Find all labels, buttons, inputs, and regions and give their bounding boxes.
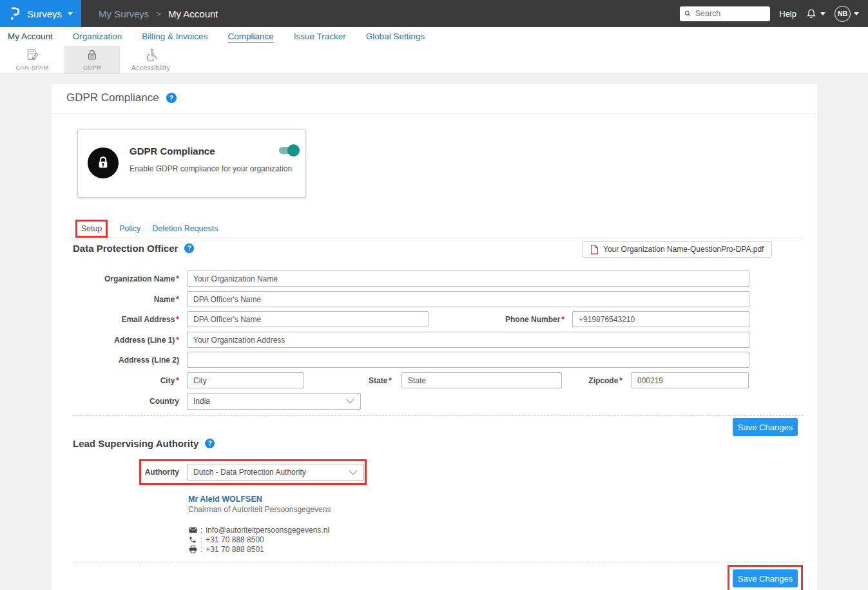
tab-setup[interactable]: Setup [75, 220, 108, 238]
authority-contact-phone: : +31 70 888 8500 [188, 535, 264, 544]
account-menu[interactable]: NB [834, 6, 859, 22]
dpa-pdf-link[interactable]: Your Organization Name-QuestionPro-DPA.p… [582, 241, 772, 258]
dpo-save-changes-button[interactable]: Save Changes [733, 418, 798, 436]
authority-contact-name: Mr Aleid WOLFSEN [188, 495, 262, 504]
state-input[interactable] [401, 372, 562, 388]
tab-deletion-requests[interactable]: Deletion Requests [152, 224, 218, 233]
page-help-icon[interactable]: ? [166, 93, 177, 103]
organization-name-input[interactable] [187, 271, 749, 287]
lsa-save-changes-button[interactable]: Save Changes [733, 569, 798, 587]
email-address-label: Email Address* [73, 315, 179, 324]
lsa-help-icon[interactable]: ? [205, 439, 215, 448]
breadcrumb-my-account: My Account [168, 8, 218, 19]
country-selected-value: India [193, 397, 210, 406]
name-input[interactable] [187, 291, 749, 307]
name-label: Name* [73, 295, 179, 304]
divider [52, 113, 817, 114]
email-address-input[interactable] [187, 311, 429, 327]
organization-name-label: Organization Name* [73, 274, 179, 283]
required-asterisk: * [176, 376, 179, 385]
zipcode-label: Zipcode* [562, 376, 622, 385]
city-label: City* [73, 376, 179, 385]
country-select[interactable]: India [187, 393, 361, 410]
lock-icon [86, 48, 99, 62]
subtab-accessibility[interactable]: Accessibility [120, 46, 182, 73]
authority-selected-value: Dutch - Data Protection Authority [193, 468, 306, 477]
required-asterisk: * [176, 274, 179, 283]
product-menu-label: Surveys [27, 8, 62, 19]
document-pencil-icon [26, 48, 39, 62]
chevron-down-icon [68, 12, 73, 15]
chevron-down-icon [820, 12, 825, 15]
authority-label: Authority [73, 468, 179, 477]
required-asterisk: * [561, 315, 564, 324]
required-asterisk: * [389, 376, 392, 385]
breadcrumb-separator: > [156, 9, 161, 19]
divider [66, 238, 804, 238]
country-label: Country [73, 397, 179, 406]
envelope-icon [188, 527, 197, 533]
breadcrumb-my-surveys[interactable]: My Surveys [99, 8, 149, 19]
required-asterisk: * [619, 376, 622, 385]
nav-billing-invoices[interactable]: Billing & Invoices [142, 32, 207, 41]
nav-global-settings[interactable]: Global Settings [366, 32, 425, 41]
separator: : [200, 526, 202, 535]
nav-my-account[interactable]: My Account [8, 32, 53, 41]
top-bar: Surveys My Surveys > My Account Help NB [0, 0, 868, 27]
phone-number-input[interactable] [572, 311, 749, 327]
gdpr-enable-toggle[interactable] [279, 147, 298, 154]
chevron-down-icon [854, 12, 859, 15]
subtab-label: GDPR [83, 64, 101, 71]
gdpr-card-description: Enable GDPR compliance for your organiza… [130, 164, 292, 173]
city-input[interactable] [187, 372, 304, 388]
authority-contact-email: : info@autoriteitpersoonsgegevens.nl [188, 526, 329, 535]
notifications-menu[interactable] [805, 8, 825, 20]
address-line1-input[interactable] [187, 332, 749, 348]
fax-icon [188, 546, 197, 553]
authority-contact-fax: : +31 70 888 8501 [188, 545, 264, 554]
chevron-down-icon [345, 398, 354, 404]
page-title: GDPR Compliance [66, 91, 159, 104]
zipcode-input[interactable] [631, 372, 749, 388]
address-line2-input[interactable] [187, 352, 749, 368]
pdf-file-icon [590, 245, 599, 254]
account-nav: My Account Organization Billing & Invoic… [0, 27, 868, 46]
separator: : [200, 545, 202, 554]
breadcrumb: My Surveys > My Account [99, 8, 218, 19]
divider-dashed [73, 562, 804, 562]
subtab-label: CAN-SPAM [15, 64, 48, 71]
setup-tabs: Setup Policy Deletion Requests [75, 220, 218, 238]
state-label: State* [304, 376, 392, 385]
subtab-label: Accessibility [131, 64, 170, 71]
authority-select[interactable]: Dutch - Data Protection Authority [187, 464, 364, 481]
nav-organization[interactable]: Organization [73, 32, 122, 41]
phone-number-label: Phone Number* [429, 315, 564, 324]
tab-policy[interactable]: Policy [119, 224, 140, 233]
accessibility-wheelchair-icon [144, 48, 158, 62]
separator: : [200, 535, 202, 544]
subtab-can-spam[interactable]: CAN-SPAM [0, 46, 64, 73]
dpo-heading: Data Protection Officer [73, 243, 178, 254]
lsa-heading: Lead Supervising Authority [73, 438, 198, 449]
address-line1-label: Address (Line 1)* [73, 336, 179, 345]
subtab-gdpr[interactable]: GDPR [64, 46, 120, 73]
pdf-link-label: Your Organization Name-QuestionPro-DPA.p… [603, 245, 764, 254]
dpo-help-icon[interactable]: ? [184, 243, 194, 253]
gdpr-toggle-card: GDPR Compliance Enable GDPR compliance f… [77, 129, 306, 198]
questionpro-logo-icon [8, 6, 21, 21]
search-input[interactable] [695, 9, 766, 18]
product-menu-surveys[interactable]: Surveys [0, 0, 81, 27]
help-link[interactable]: Help [779, 9, 796, 19]
lock-badge-icon [88, 148, 119, 178]
search-box[interactable] [680, 6, 770, 21]
bell-icon [805, 8, 817, 20]
avatar: NB [834, 6, 851, 22]
gdpr-compliance-panel: GDPR Compliance ? GDPR Compliance Enable… [52, 84, 817, 590]
gdpr-card-title: GDPR Compliance [130, 146, 215, 157]
authority-contact-role: Chairman of Autoriteit Persoonsgegevens [188, 505, 331, 514]
nav-compliance[interactable]: Compliance [227, 32, 273, 41]
compliance-subtabs: CAN-SPAM GDPR Accessibility [0, 46, 868, 74]
phone-icon [188, 536, 197, 544]
nav-issue-tracker[interactable]: Issue Tracker [294, 32, 346, 41]
required-asterisk: * [176, 336, 179, 345]
